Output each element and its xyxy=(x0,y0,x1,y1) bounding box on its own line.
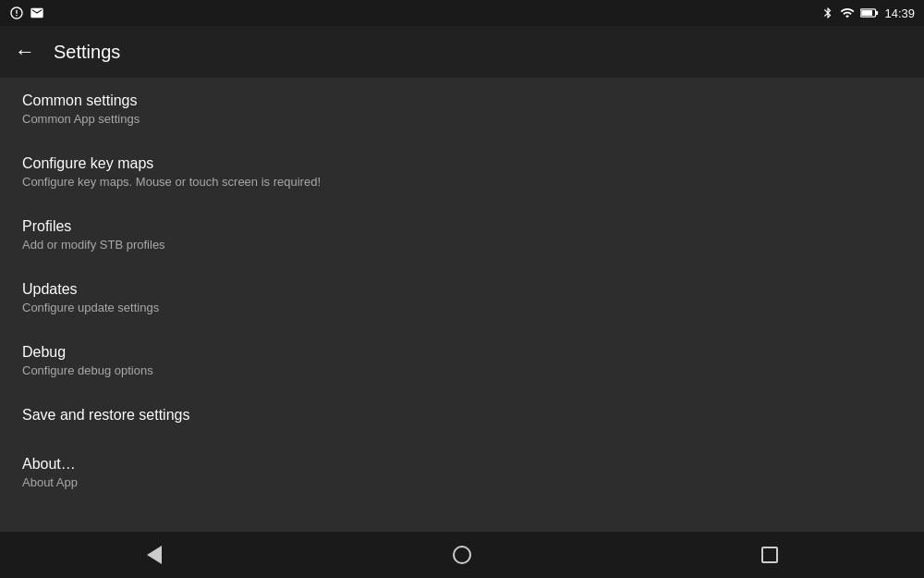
settings-item-2[interactable]: ProfilesAdd or modify STB profiles xyxy=(0,203,924,266)
recents-nav-icon xyxy=(761,547,778,563)
settings-item-5[interactable]: Save and restore settings xyxy=(0,392,924,441)
settings-item-title-3: Updates xyxy=(22,281,902,298)
settings-item-subtitle-3: Configure update settings xyxy=(22,301,902,314)
status-time: 14:39 xyxy=(884,6,915,20)
wifi-icon xyxy=(840,6,855,20)
settings-item-title-5: Save and restore settings xyxy=(22,407,902,424)
settings-item-title-1: Configure key maps xyxy=(22,155,902,172)
settings-item-6[interactable]: About…About App xyxy=(0,441,924,504)
page-title: Settings xyxy=(54,42,120,63)
battery-icon xyxy=(860,6,879,19)
status-bar-left-icons xyxy=(9,6,44,20)
status-bar-right-icons: 14:39 xyxy=(821,6,915,20)
settings-item-subtitle-1: Configure key maps. Mouse or touch scree… xyxy=(22,175,902,189)
toolbar: ← Settings xyxy=(0,26,924,78)
notification-icon-1 xyxy=(9,6,24,20)
settings-item-subtitle-6: About App xyxy=(22,475,902,489)
settings-list: Common settingsCommon App settingsConfig… xyxy=(0,78,924,532)
nav-recents-button[interactable] xyxy=(751,536,788,573)
settings-item-4[interactable]: DebugConfigure debug options xyxy=(0,329,924,392)
nav-back-button[interactable] xyxy=(136,536,173,573)
settings-item-subtitle-2: Add or modify STB profiles xyxy=(22,238,902,252)
settings-item-title-6: About… xyxy=(22,456,902,473)
notification-icon-2 xyxy=(30,6,44,20)
nav-home-button[interactable] xyxy=(444,536,480,573)
settings-item-title-0: Common settings xyxy=(22,92,902,109)
settings-item-subtitle-0: Common App settings xyxy=(22,112,902,126)
settings-item-3[interactable]: UpdatesConfigure update settings xyxy=(0,266,924,329)
bluetooth-icon xyxy=(821,6,834,19)
settings-item-0[interactable]: Common settingsCommon App settings xyxy=(0,78,924,141)
settings-item-title-4: Debug xyxy=(22,344,902,361)
home-nav-icon xyxy=(453,546,471,564)
nav-bar xyxy=(0,532,924,578)
settings-item-1[interactable]: Configure key mapsConfigure key maps. Mo… xyxy=(0,141,924,203)
back-button[interactable]: ← xyxy=(15,40,35,64)
svg-rect-1 xyxy=(876,11,879,15)
svg-rect-2 xyxy=(862,10,873,16)
back-nav-icon xyxy=(147,546,162,564)
settings-item-title-2: Profiles xyxy=(22,218,902,235)
settings-item-subtitle-4: Configure debug options xyxy=(22,363,902,377)
status-bar: 14:39 xyxy=(0,0,924,26)
